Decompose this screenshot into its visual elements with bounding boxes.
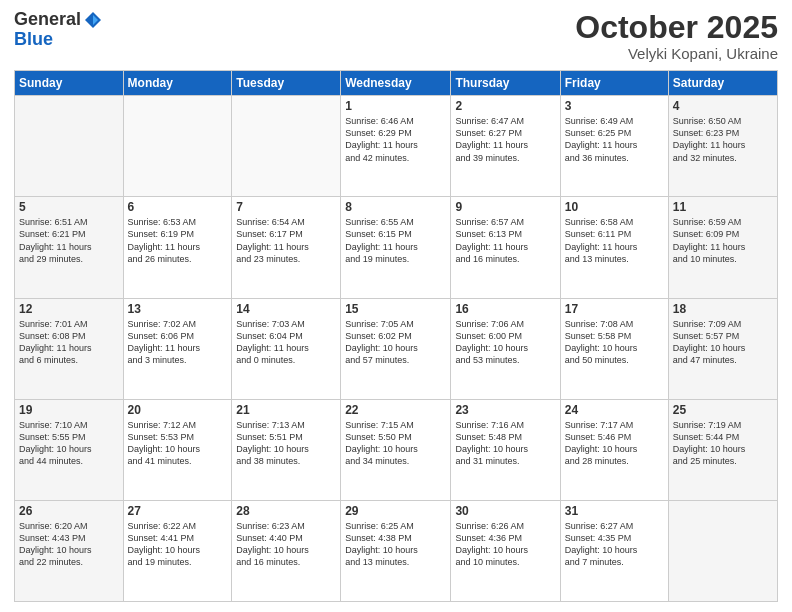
- day-number: 24: [565, 403, 664, 417]
- day-info: Sunrise: 6:20 AM Sunset: 4:43 PM Dayligh…: [19, 520, 119, 569]
- logo: General Blue: [14, 10, 103, 50]
- day-info: Sunrise: 7:17 AM Sunset: 5:46 PM Dayligh…: [565, 419, 664, 468]
- day-info: Sunrise: 6:59 AM Sunset: 6:09 PM Dayligh…: [673, 216, 773, 265]
- day-info: Sunrise: 7:01 AM Sunset: 6:08 PM Dayligh…: [19, 318, 119, 367]
- table-row: 14Sunrise: 7:03 AM Sunset: 6:04 PM Dayli…: [232, 298, 341, 399]
- location-title: Velyki Kopani, Ukraine: [575, 45, 778, 62]
- table-row: 1Sunrise: 6:46 AM Sunset: 6:29 PM Daylig…: [341, 96, 451, 197]
- calendar-week-row: 19Sunrise: 7:10 AM Sunset: 5:55 PM Dayli…: [15, 399, 778, 500]
- col-tuesday: Tuesday: [232, 71, 341, 96]
- calendar-week-row: 26Sunrise: 6:20 AM Sunset: 4:43 PM Dayli…: [15, 500, 778, 601]
- day-number: 5: [19, 200, 119, 214]
- title-block: October 2025 Velyki Kopani, Ukraine: [575, 10, 778, 62]
- col-monday: Monday: [123, 71, 232, 96]
- calendar-table: Sunday Monday Tuesday Wednesday Thursday…: [14, 70, 778, 602]
- table-row: 7Sunrise: 6:54 AM Sunset: 6:17 PM Daylig…: [232, 197, 341, 298]
- day-info: Sunrise: 7:08 AM Sunset: 5:58 PM Dayligh…: [565, 318, 664, 367]
- table-row: 17Sunrise: 7:08 AM Sunset: 5:58 PM Dayli…: [560, 298, 668, 399]
- day-number: 4: [673, 99, 773, 113]
- table-row: 28Sunrise: 6:23 AM Sunset: 4:40 PM Dayli…: [232, 500, 341, 601]
- day-number: 19: [19, 403, 119, 417]
- table-row: 13Sunrise: 7:02 AM Sunset: 6:06 PM Dayli…: [123, 298, 232, 399]
- day-number: 11: [673, 200, 773, 214]
- day-number: 15: [345, 302, 446, 316]
- table-row: 9Sunrise: 6:57 AM Sunset: 6:13 PM Daylig…: [451, 197, 560, 298]
- table-row: 6Sunrise: 6:53 AM Sunset: 6:19 PM Daylig…: [123, 197, 232, 298]
- table-row: 27Sunrise: 6:22 AM Sunset: 4:41 PM Dayli…: [123, 500, 232, 601]
- day-number: 6: [128, 200, 228, 214]
- day-info: Sunrise: 6:51 AM Sunset: 6:21 PM Dayligh…: [19, 216, 119, 265]
- table-row: 31Sunrise: 6:27 AM Sunset: 4:35 PM Dayli…: [560, 500, 668, 601]
- table-row: 8Sunrise: 6:55 AM Sunset: 6:15 PM Daylig…: [341, 197, 451, 298]
- day-info: Sunrise: 7:03 AM Sunset: 6:04 PM Dayligh…: [236, 318, 336, 367]
- logo-icon: [83, 10, 103, 30]
- day-info: Sunrise: 7:15 AM Sunset: 5:50 PM Dayligh…: [345, 419, 446, 468]
- table-row: [668, 500, 777, 601]
- table-row: 23Sunrise: 7:16 AM Sunset: 5:48 PM Dayli…: [451, 399, 560, 500]
- day-info: Sunrise: 7:02 AM Sunset: 6:06 PM Dayligh…: [128, 318, 228, 367]
- day-info: Sunrise: 6:46 AM Sunset: 6:29 PM Dayligh…: [345, 115, 446, 164]
- day-number: 21: [236, 403, 336, 417]
- day-info: Sunrise: 6:55 AM Sunset: 6:15 PM Dayligh…: [345, 216, 446, 265]
- table-row: 15Sunrise: 7:05 AM Sunset: 6:02 PM Dayli…: [341, 298, 451, 399]
- day-info: Sunrise: 6:47 AM Sunset: 6:27 PM Dayligh…: [455, 115, 555, 164]
- logo-general: General: [14, 10, 81, 30]
- day-info: Sunrise: 7:05 AM Sunset: 6:02 PM Dayligh…: [345, 318, 446, 367]
- day-number: 13: [128, 302, 228, 316]
- day-info: Sunrise: 6:22 AM Sunset: 4:41 PM Dayligh…: [128, 520, 228, 569]
- day-number: 28: [236, 504, 336, 518]
- calendar-header-row: Sunday Monday Tuesday Wednesday Thursday…: [15, 71, 778, 96]
- day-info: Sunrise: 7:13 AM Sunset: 5:51 PM Dayligh…: [236, 419, 336, 468]
- day-number: 3: [565, 99, 664, 113]
- day-number: 22: [345, 403, 446, 417]
- table-row: 22Sunrise: 7:15 AM Sunset: 5:50 PM Dayli…: [341, 399, 451, 500]
- table-row: [123, 96, 232, 197]
- page: General Blue October 2025 Velyki Kopani,…: [0, 0, 792, 612]
- day-info: Sunrise: 6:58 AM Sunset: 6:11 PM Dayligh…: [565, 216, 664, 265]
- day-number: 7: [236, 200, 336, 214]
- day-info: Sunrise: 7:19 AM Sunset: 5:44 PM Dayligh…: [673, 419, 773, 468]
- day-number: 23: [455, 403, 555, 417]
- table-row: 24Sunrise: 7:17 AM Sunset: 5:46 PM Dayli…: [560, 399, 668, 500]
- table-row: 26Sunrise: 6:20 AM Sunset: 4:43 PM Dayli…: [15, 500, 124, 601]
- header: General Blue October 2025 Velyki Kopani,…: [14, 10, 778, 62]
- table-row: 20Sunrise: 7:12 AM Sunset: 5:53 PM Dayli…: [123, 399, 232, 500]
- table-row: 3Sunrise: 6:49 AM Sunset: 6:25 PM Daylig…: [560, 96, 668, 197]
- day-info: Sunrise: 7:06 AM Sunset: 6:00 PM Dayligh…: [455, 318, 555, 367]
- day-number: 14: [236, 302, 336, 316]
- table-row: 18Sunrise: 7:09 AM Sunset: 5:57 PM Dayli…: [668, 298, 777, 399]
- day-info: Sunrise: 6:27 AM Sunset: 4:35 PM Dayligh…: [565, 520, 664, 569]
- logo-blue: Blue: [14, 30, 53, 50]
- day-number: 2: [455, 99, 555, 113]
- day-info: Sunrise: 6:53 AM Sunset: 6:19 PM Dayligh…: [128, 216, 228, 265]
- day-number: 1: [345, 99, 446, 113]
- day-number: 26: [19, 504, 119, 518]
- day-number: 25: [673, 403, 773, 417]
- table-row: 21Sunrise: 7:13 AM Sunset: 5:51 PM Dayli…: [232, 399, 341, 500]
- day-number: 20: [128, 403, 228, 417]
- table-row: [15, 96, 124, 197]
- calendar-week-row: 5Sunrise: 6:51 AM Sunset: 6:21 PM Daylig…: [15, 197, 778, 298]
- table-row: 2Sunrise: 6:47 AM Sunset: 6:27 PM Daylig…: [451, 96, 560, 197]
- col-saturday: Saturday: [668, 71, 777, 96]
- day-number: 30: [455, 504, 555, 518]
- day-info: Sunrise: 6:49 AM Sunset: 6:25 PM Dayligh…: [565, 115, 664, 164]
- col-wednesday: Wednesday: [341, 71, 451, 96]
- day-info: Sunrise: 6:54 AM Sunset: 6:17 PM Dayligh…: [236, 216, 336, 265]
- table-row: 10Sunrise: 6:58 AM Sunset: 6:11 PM Dayli…: [560, 197, 668, 298]
- month-title: October 2025: [575, 10, 778, 45]
- day-number: 18: [673, 302, 773, 316]
- day-number: 31: [565, 504, 664, 518]
- day-number: 9: [455, 200, 555, 214]
- table-row: 5Sunrise: 6:51 AM Sunset: 6:21 PM Daylig…: [15, 197, 124, 298]
- table-row: 25Sunrise: 7:19 AM Sunset: 5:44 PM Dayli…: [668, 399, 777, 500]
- day-info: Sunrise: 7:12 AM Sunset: 5:53 PM Dayligh…: [128, 419, 228, 468]
- day-number: 29: [345, 504, 446, 518]
- table-row: 16Sunrise: 7:06 AM Sunset: 6:00 PM Dayli…: [451, 298, 560, 399]
- day-number: 8: [345, 200, 446, 214]
- calendar-week-row: 1Sunrise: 6:46 AM Sunset: 6:29 PM Daylig…: [15, 96, 778, 197]
- table-row: 11Sunrise: 6:59 AM Sunset: 6:09 PM Dayli…: [668, 197, 777, 298]
- day-info: Sunrise: 6:25 AM Sunset: 4:38 PM Dayligh…: [345, 520, 446, 569]
- table-row: [232, 96, 341, 197]
- table-row: 29Sunrise: 6:25 AM Sunset: 4:38 PM Dayli…: [341, 500, 451, 601]
